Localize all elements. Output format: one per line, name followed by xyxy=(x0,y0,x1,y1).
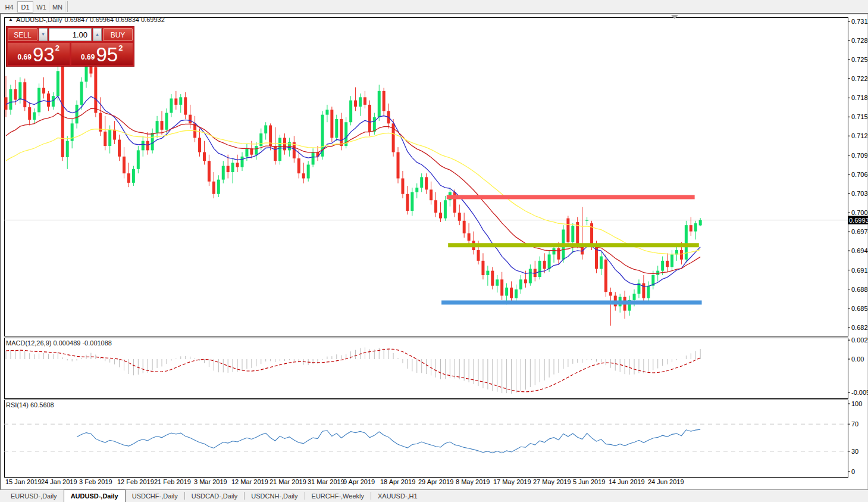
price-axis-tick: 0.72200 xyxy=(851,75,868,82)
date-axis-label: 12 Mar 2019 xyxy=(231,478,268,485)
date-axis-label: 24 Jun 2019 xyxy=(648,478,684,485)
rsi-axis-tick: 100 xyxy=(851,400,862,407)
chart-tab-audusd[interactable]: AUDUSD-,Daily xyxy=(64,489,126,502)
chart-tab-usdcnh[interactable]: USDCNH-,Daily xyxy=(245,491,304,502)
date-axis-label: 14 Jun 2019 xyxy=(609,478,645,485)
volume-increase-button[interactable]: ▲ xyxy=(93,28,102,41)
timeframe-button-mn[interactable]: MN xyxy=(49,1,65,13)
date-axis-label: 9 Apr 2019 xyxy=(343,478,375,485)
date-axis-label: 15 Jan 2019 xyxy=(5,478,42,485)
price-axis-tick: 0.72505 xyxy=(851,56,868,63)
price-axis-tick: 0.68520 xyxy=(851,305,868,312)
timeframe-toolbar: H4D1W1MN xyxy=(0,0,868,13)
buy-button[interactable]: BUY xyxy=(103,28,133,41)
date-axis-label: 29 Apr 2019 xyxy=(418,478,453,485)
chart-symbol-label: AUDUSD-,Daily xyxy=(16,16,62,23)
toolbar-separator xyxy=(67,1,68,12)
date-axis-label: 8 May 2019 xyxy=(456,478,490,485)
symbol-collapse-icon[interactable]: ▲ xyxy=(8,17,13,22)
price-axis-tick: 0.69745 xyxy=(851,228,868,235)
chart-title: ▲AUDUSD-,Daily0.69847 0.69964 0.69834 0.… xyxy=(8,16,165,23)
buy-price-prefix: 0.69 xyxy=(81,53,95,61)
sell-price-pip: 2 xyxy=(55,43,59,52)
chart-ohlc-values: 0.69847 0.69964 0.69834 0.69932 xyxy=(65,16,165,23)
volume-input[interactable] xyxy=(49,28,92,41)
price-axis-tick: 0.70970 xyxy=(851,152,868,159)
one-click-trading-panel: SELL ▼ ▲ BUY 0.69 93 2 0.69 95 2 xyxy=(6,26,134,67)
macd-label: MACD(12,26,9) 0.000489 -0.001088 xyxy=(6,339,112,347)
price-axis-tick: 0.69440 xyxy=(851,247,868,254)
date-axis-label: 12 Feb 2019 xyxy=(117,478,154,485)
rsi-pane xyxy=(5,400,848,478)
date-axis-label: 3 Feb 2019 xyxy=(79,478,112,485)
price-axis-tick: 0.73115 xyxy=(851,18,868,25)
date-axis-label: 5 Jun 2019 xyxy=(573,478,605,485)
rsi-axis-tick: 70 xyxy=(851,420,858,428)
price-axis-tick: 0.72810 xyxy=(851,37,868,44)
sell-button[interactable]: SELL xyxy=(8,28,37,41)
price-axis-tick: 0.70050 xyxy=(851,209,868,216)
buy-price-digits: 95 xyxy=(96,46,118,64)
buy-price-panel[interactable]: 0.69 95 2 xyxy=(71,43,133,65)
date-axis-label: 21 Mar 2019 xyxy=(270,478,306,485)
chart-window[interactable]: 0.731150.728100.725050.722000.718900.715… xyxy=(0,13,868,489)
date-axis-label: 3 Mar 2019 xyxy=(194,478,227,485)
price-axis-tick: 0.71585 xyxy=(851,113,868,120)
chart-tab-eurchf[interactable]: EURCHF-,Weekly xyxy=(305,491,371,502)
chart-tab-bar: EURUSD-,DailyAUDUSD-,DailyUSDCHF-,DailyU… xyxy=(0,489,868,502)
chart-tab-usdcad[interactable]: USDCAD-,Daily xyxy=(185,491,245,502)
price-axis-tick: 0.70360 xyxy=(851,190,868,197)
price-axis-tick: 0.69130 xyxy=(851,267,868,274)
sell-price-prefix: 0.69 xyxy=(18,53,32,61)
date-axis-label: 17 May 2019 xyxy=(493,478,531,485)
macd-values: 0.000489 -0.001088 xyxy=(53,339,111,347)
chart-tab-eurusd[interactable]: EURUSD-,Daily xyxy=(4,491,64,502)
chart-tab-xauusd[interactable]: XAUUSD-,H1 xyxy=(371,491,424,502)
sell-price-panel[interactable]: 0.69 93 2 xyxy=(8,43,70,65)
rsi-axis-tick: 0 xyxy=(851,468,855,475)
macd-axis-tick: 0.00 xyxy=(851,356,864,363)
svg-text:0.69932: 0.69932 xyxy=(849,217,868,224)
price-axis-tick: 0.68825 xyxy=(851,286,868,293)
rsi-label: RSI(14) 60.5608 xyxy=(6,401,54,409)
volume-decrease-button[interactable]: ▼ xyxy=(39,28,48,41)
timeframe-button-w1[interactable]: W1 xyxy=(33,1,49,13)
price-axis-tick: 0.68210 xyxy=(851,324,868,331)
macd-axis-tick: -0.00525 xyxy=(851,389,868,396)
date-axis-label: 18 Apr 2019 xyxy=(380,478,415,485)
mt4-terminal: H4D1W1MN 0.731150.728100.725050.722000.7… xyxy=(0,0,868,502)
sell-price-digits: 93 xyxy=(33,46,55,64)
price-axis-tick: 0.70665 xyxy=(851,171,868,178)
macd-axis-tick: 0.002984 xyxy=(851,336,868,344)
date-axis-label: 27 May 2019 xyxy=(533,478,571,485)
price-axis-tick: 0.71890 xyxy=(851,94,868,101)
date-axis-label: 31 Mar 2019 xyxy=(308,478,344,485)
date-axis-label: 24 Jan 2019 xyxy=(41,478,77,485)
buy-price-pip: 2 xyxy=(118,43,123,52)
rsi-value: 60.5608 xyxy=(30,401,54,409)
chart-tab-usdchf[interactable]: USDCHF-,Daily xyxy=(126,491,184,502)
price-chart-canvas[interactable]: 0.731150.728100.725050.722000.718900.715… xyxy=(1,14,868,490)
rsi-axis-tick: 30 xyxy=(851,448,858,455)
timeframe-button-h4[interactable]: H4 xyxy=(1,1,17,13)
timeframe-button-d1[interactable]: D1 xyxy=(17,1,33,13)
date-axis-label: 21 Feb 2019 xyxy=(154,478,191,485)
price-axis-tick: 0.71280 xyxy=(851,132,868,139)
